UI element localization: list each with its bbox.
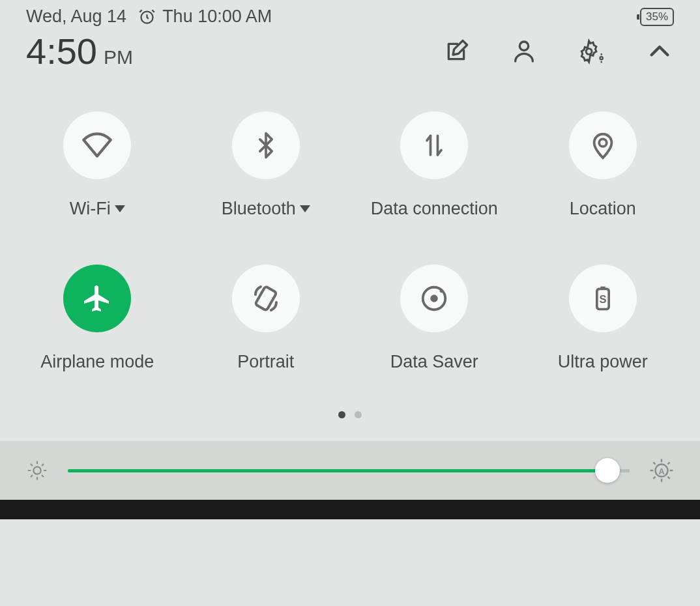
edit-button[interactable] [442,37,471,66]
location-icon [588,130,618,160]
chevron-up-icon [646,38,673,65]
bluetooth-icon [252,131,280,160]
clock: 4:50 PM [26,30,133,72]
svg-point-4 [599,139,607,147]
settings-button[interactable] [577,37,606,66]
tile-label: Data Saver [390,352,478,372]
quick-settings-grid: Wi-Fi Bluetooth [0,79,700,392]
date-text: Wed, Aug 14 [26,7,126,27]
person-icon [511,38,537,65]
page-dot-active [338,411,345,418]
airplane-icon [81,283,113,314]
data-icon [420,131,448,160]
tile-portrait[interactable]: Portrait [182,265,351,372]
page-dot-inactive [355,411,362,418]
bottom-background [0,500,700,519]
svg-point-2 [586,48,592,54]
auto-brightness-icon[interactable]: A [649,458,674,483]
collapse-button[interactable] [645,37,674,66]
slider-thumb[interactable] [595,458,620,483]
profile-button[interactable] [510,37,538,66]
alarm-indicator: Thu 10:00 AM [138,7,272,27]
tile-airplane-mode[interactable]: Airplane mode [13,265,182,372]
time-ampm: PM [104,46,133,68]
tile-bluetooth[interactable]: Bluetooth [182,111,351,219]
ultra-power-icon: S [589,284,617,313]
svg-point-10 [33,467,40,474]
time-value: 4:50 [26,30,97,72]
tile-label: Ultra power [558,352,648,372]
portrait-icon [250,283,282,314]
chevron-down-icon [115,205,125,212]
alarm-icon [138,8,156,25]
tile-label: Data connection [371,199,498,219]
brightness-low-icon [26,459,48,482]
alarm-time: Thu 10:00 AM [162,7,272,27]
svg-point-7 [431,296,437,301]
tile-label: Location [570,199,636,219]
tile-label: Wi-Fi [70,199,111,219]
edit-icon [443,38,469,65]
wifi-icon [81,129,113,162]
brightness-slider[interactable] [68,457,630,483]
gear-icon [577,38,606,65]
svg-text:S: S [599,293,606,305]
data-saver-icon [419,283,449,313]
tile-label: Airplane mode [40,352,154,372]
tile-data-connection[interactable]: Data connection [350,111,519,219]
tile-wifi[interactable]: Wi-Fi [13,111,182,219]
tile-data-saver[interactable]: Data Saver [350,265,519,372]
status-bar: Wed, Aug 14 Thu 10:00 AM 35% [0,0,700,27]
svg-point-3 [600,57,602,59]
brightness-bar: A [0,441,700,500]
tile-location[interactable]: Location [519,111,688,219]
svg-text:A: A [658,467,664,476]
tile-ultra-power[interactable]: S Ultra power [519,265,688,372]
svg-point-1 [519,42,528,50]
chevron-down-icon [300,205,310,212]
battery-indicator: 35% [640,8,674,26]
tile-label: Bluetooth [222,199,296,219]
tile-label: Portrait [237,352,294,372]
page-indicator [0,392,700,441]
